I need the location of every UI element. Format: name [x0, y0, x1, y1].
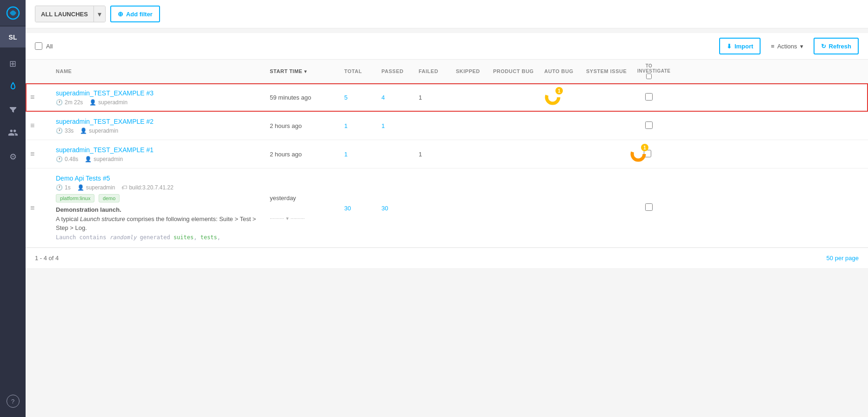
to-investigate-donut[interactable]: 1: [630, 146, 647, 162]
auto-bug-cell: 1: [544, 89, 586, 106]
passed-cell[interactable]: 4: [381, 94, 419, 101]
table-row: ≡ superadmin_TEST_EXAMPLE #3 🕐 2m 22s 👤 …: [26, 83, 868, 112]
to-investigate-count: 1: [641, 144, 648, 151]
pagination-info: 1 - 4 of 4: [35, 255, 59, 262]
row-menu-cell[interactable]: ≡: [30, 93, 56, 101]
sidebar-item-launches[interactable]: [0, 75, 26, 99]
row-menu-cell[interactable]: ≡: [30, 204, 56, 212]
filter-plus-icon: ⊕: [118, 10, 123, 18]
row-name-cell: superadmin_TEST_EXAMPLE #3 🕐 2m 22s 👤 su…: [56, 89, 270, 106]
tag-meta: 🏷 build:3.20.7.41.22: [121, 184, 173, 191]
launch-description: Demonstration launch. A typical Launch s…: [56, 205, 270, 242]
row-meta: 🕐 2m 22s 👤 superadmin: [56, 99, 270, 106]
col-auto-bug: AUTO BUG: [544, 68, 586, 74]
import-button[interactable]: ⬇ Import: [719, 38, 761, 54]
start-time-cell: 2 hours ago: [270, 151, 344, 158]
col-system-issue: SYSTEM ISSUE: [586, 68, 637, 74]
table-row: ≡ Demo Api Tests #5 🕐 1s 👤 superadmin: [26, 168, 868, 248]
launch-name-link[interactable]: superadmin_TEST_EXAMPLE #1: [56, 146, 154, 154]
import-icon: ⬇: [727, 43, 732, 50]
desc-code: Launch contains randomly generated suite…: [56, 234, 220, 241]
owner-value: superadmin: [93, 156, 123, 162]
total-cell[interactable]: 5: [344, 94, 381, 101]
demo-tag[interactable]: demo: [99, 194, 120, 202]
to-investigate-cell: 1: [637, 150, 661, 159]
start-time-cell: 2 hours ago: [270, 122, 344, 129]
person-icon: 👤: [85, 156, 92, 162]
col-to-investigate: TOINVESTIGATE: [637, 63, 661, 79]
launch-name-link[interactable]: superadmin_TEST_EXAMPLE #3: [56, 89, 154, 97]
refresh-label: Refresh: [829, 43, 851, 50]
launch-name-link[interactable]: Demo Api Tests #5: [56, 175, 110, 182]
launches-table: NAME START TIME ▾ TOTAL PASSED FAILED SK…: [26, 60, 868, 248]
row-grid: ≡ Demo Api Tests #5 🕐 1s 👤 superadmin: [30, 174, 863, 242]
settings-icon: ⚙: [9, 152, 17, 162]
table-row: ≡ superadmin_TEST_EXAMPLE #1 🕐 0.48s 👤 s…: [26, 140, 868, 168]
row-menu-cell[interactable]: ≡: [30, 150, 56, 158]
refresh-button[interactable]: ↻ Refresh: [814, 38, 859, 54]
desc-body: A typical Launch structure comprises the…: [56, 215, 256, 232]
row-menu-cell[interactable]: ≡: [30, 121, 56, 130]
passed-cell[interactable]: 1: [381, 122, 419, 129]
clock-icon: 🕐: [56, 156, 63, 162]
sidebar-item-members[interactable]: [0, 122, 26, 145]
desc-title: Demonstration launch.: [56, 206, 121, 213]
platform-tag[interactable]: platform:linux: [56, 194, 94, 202]
row-meta: 🕐 33s 👤 superadmin: [56, 128, 270, 134]
total-cell[interactable]: 1: [344, 151, 381, 158]
person-icon: 👤: [80, 128, 87, 134]
column-headers: NAME START TIME ▾ TOTAL PASSED FAILED SK…: [26, 60, 868, 83]
tag-icon: 🏷: [121, 184, 127, 191]
col-total: TOTAL: [344, 68, 381, 74]
clock-icon: 🕐: [56, 128, 63, 134]
sidebar-item-filter[interactable]: [0, 99, 26, 122]
table-footer: 1 - 4 of 4 50 per page: [26, 248, 868, 268]
table-row: ≡ superadmin_TEST_EXAMPLE #2 🕐 33s 👤 sup…: [26, 112, 868, 140]
owner-meta: 👤 superadmin: [77, 184, 115, 191]
passed-cell[interactable]: 30: [381, 204, 419, 212]
toolbar: ALL LAUNCHES ▾ ⊕ Add filter: [26, 0, 868, 28]
row-name-cell: superadmin_TEST_EXAMPLE #1 🕐 0.48s 👤 sup…: [56, 146, 270, 162]
owner-value: superadmin: [86, 184, 115, 191]
refresh-icon: ↻: [821, 43, 826, 50]
launch-icon: [8, 81, 18, 94]
person-icon: 👤: [77, 184, 84, 191]
col-start-time[interactable]: START TIME ▾: [270, 68, 344, 74]
col-failed: FAILED: [419, 68, 456, 74]
user-avatar[interactable]: SL: [0, 27, 26, 47]
row-checkbox[interactable]: [645, 93, 653, 101]
main-content: ALL LAUNCHES ▾ ⊕ Add filter All ⬇ Import…: [26, 0, 868, 417]
duration-meta: 🕐 2m 22s: [56, 99, 83, 106]
col-passed: PASSED: [381, 68, 419, 74]
row-grid: ≡ superadmin_TEST_EXAMPLE #3 🕐 2m 22s 👤 …: [30, 89, 863, 106]
to-investigate-cell: [637, 203, 661, 212]
duration-meta: 🕐 33s: [56, 128, 73, 134]
per-page-selector[interactable]: 50 per page: [827, 255, 859, 262]
actions-button[interactable]: ≡ Actions ▾: [764, 38, 809, 54]
auto-bug-donut[interactable]: 1: [544, 89, 561, 106]
row-name-cell: superadmin_TEST_EXAMPLE #2 🕐 33s 👤 super…: [56, 117, 270, 134]
sidebar-item-dashboard[interactable]: ⊞: [0, 52, 26, 75]
duration-meta: 🕐 0.48s: [56, 156, 78, 162]
build-tag-value: build:3.20.7.41.22: [129, 184, 173, 191]
start-time-label: START TIME: [270, 68, 302, 74]
owner-meta: 👤 superadmin: [85, 156, 123, 162]
launch-name-link[interactable]: superadmin_TEST_EXAMPLE #2: [56, 118, 154, 125]
clock-icon: 🕐: [56, 99, 63, 106]
row-checkbox[interactable]: [645, 203, 653, 211]
add-filter-button[interactable]: ⊕ Add filter: [110, 6, 160, 22]
row-checkbox[interactable]: [645, 121, 653, 129]
sidebar-nav: ⊞ ⚙: [0, 47, 26, 395]
total-cell[interactable]: 30: [344, 204, 381, 212]
total-cell[interactable]: 1: [344, 122, 381, 129]
table-header-bar: All ⬇ Import ≡ Actions ▾ ↻ Refresh: [26, 33, 868, 60]
filter-dropdown-arrow[interactable]: ▾: [93, 6, 105, 22]
sidebar-item-settings[interactable]: ⚙: [0, 145, 26, 168]
duration-value: 33s: [65, 128, 73, 134]
col-name: NAME: [56, 68, 270, 74]
select-all-checkbox[interactable]: [35, 42, 42, 50]
start-time-cell: yesterday ·········· ▾ ··········: [270, 195, 344, 222]
sidebar-item-help[interactable]: ?: [7, 395, 20, 408]
row-name-cell: Demo Api Tests #5 🕐 1s 👤 superadmin: [56, 174, 270, 242]
all-launches-filter[interactable]: ALL LAUNCHES ▾: [35, 6, 106, 22]
